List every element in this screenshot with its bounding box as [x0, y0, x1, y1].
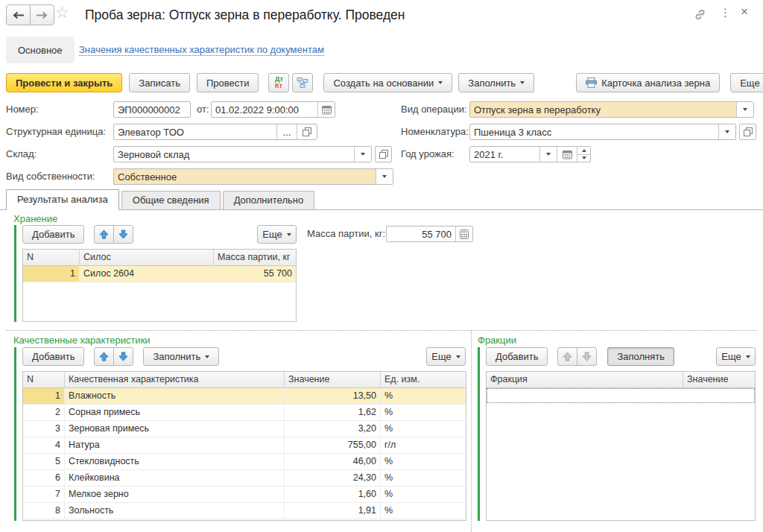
open-button[interactable]	[297, 124, 317, 139]
warehouse-field[interactable]: Зерновой склад	[113, 146, 372, 162]
document-structure-button[interactable]	[292, 73, 313, 92]
table-cell[interactable]: 1,62	[285, 405, 381, 420]
fractions-fill-toggle-button[interactable]: Заполнять	[607, 347, 674, 366]
table-cell[interactable]: 55 700	[214, 266, 296, 282]
grain-analysis-card-button[interactable]: Карточка анализа зерна	[576, 73, 720, 92]
column-header[interactable]: N	[23, 372, 65, 387]
nav-item-main[interactable]: Основное	[6, 37, 75, 63]
tab-analysis-results[interactable]: Результаты анализа	[6, 189, 119, 210]
calendar-button[interactable]	[557, 147, 577, 162]
post-button[interactable]: Провести	[197, 73, 259, 92]
harvest-year-field[interactable]: 2021 г.	[469, 146, 591, 162]
nomenclature-open-button[interactable]	[739, 124, 756, 140]
fractions-move-down-button[interactable]	[577, 347, 597, 366]
fractions-more-button[interactable]: Еще	[716, 347, 756, 366]
ownership-field[interactable]: Собственное	[113, 168, 393, 185]
column-header[interactable]: Значение	[285, 372, 381, 387]
table-cell[interactable]: 2	[23, 405, 65, 420]
table-cell[interactable]: 755,00	[285, 437, 381, 453]
table-cell[interactable]: 1	[23, 388, 65, 404]
column-header[interactable]: Значение	[683, 372, 755, 387]
spinner-up-button[interactable]	[577, 147, 590, 155]
column-header[interactable]: Масса партии, кг	[214, 250, 296, 265]
table-row[interactable]: 6Клейковина24,30%	[23, 470, 466, 487]
quality-move-up-button[interactable]	[94, 347, 114, 366]
table-cell[interactable]: 46,00	[285, 454, 381, 469]
operation-field[interactable]: Отпуск зерна в переработку	[469, 101, 754, 118]
close-icon[interactable]: ×	[741, 6, 748, 18]
dropdown-button[interactable]	[376, 169, 393, 184]
table-row[interactable]: 2Сорная примесь1,62%	[23, 405, 466, 421]
create-based-on-button[interactable]: Создать на основании	[323, 73, 452, 92]
vertical-splitter[interactable]	[471, 330, 472, 532]
column-header[interactable]: Ед. изм.	[381, 372, 466, 387]
column-header[interactable]: Силос	[80, 250, 214, 265]
table-cell[interactable]: %	[381, 388, 466, 404]
calendar-button[interactable]	[317, 102, 335, 117]
table-row[interactable]: 1Силос 260455 700	[23, 266, 296, 282]
table-cell[interactable]: %	[381, 470, 466, 486]
table-cell[interactable]: 7	[23, 487, 65, 502]
dropdown-button[interactable]	[354, 147, 371, 162]
fractions-add-button[interactable]: Добавить	[486, 347, 548, 366]
post-and-close-button[interactable]: Провести и закрыть	[6, 73, 122, 92]
table-cell[interactable]: %	[381, 487, 466, 502]
quality-more-button[interactable]: Еще	[426, 347, 466, 366]
table-cell[interactable]: Влажность	[65, 388, 285, 404]
quality-table[interactable]: NКачественная характеристикаЗначениеЕд. …	[22, 371, 466, 521]
table-cell[interactable]: Натура	[65, 437, 285, 453]
back-button[interactable]	[6, 4, 31, 25]
quality-add-button[interactable]: Добавить	[22, 347, 84, 366]
table-cell[interactable]: г/л	[381, 437, 466, 453]
nav-link-quality-values[interactable]: Значения качественных характеристик по д…	[79, 44, 324, 56]
table-cell[interactable]: Силос 2604	[80, 266, 214, 282]
table-cell[interactable]: 1,60	[285, 487, 381, 502]
table-cell[interactable]: Зольность	[65, 503, 285, 519]
spinner-down-button[interactable]	[577, 155, 590, 162]
calculator-button[interactable]	[455, 227, 472, 241]
table-cell[interactable]: %	[381, 405, 466, 420]
storage-move-down-button[interactable]	[113, 225, 133, 244]
table-row[interactable]: 5Стекловидность46,00%	[23, 454, 466, 470]
choose-button[interactable]: ...	[276, 124, 297, 139]
fractions-table[interactable]: ФракцияЗначение	[486, 371, 756, 521]
fractions-move-up-button[interactable]	[557, 347, 577, 366]
forward-button[interactable]	[30, 4, 54, 25]
table-cell[interactable]: Зерновая примесь	[65, 421, 285, 437]
dropdown-button[interactable]	[539, 147, 557, 162]
column-header[interactable]: Качественная характеристика	[65, 372, 285, 387]
table-cell[interactable]: Мелкое зерно	[65, 487, 285, 502]
storage-move-up-button[interactable]	[94, 225, 114, 244]
table-cell[interactable]: %	[381, 454, 466, 469]
tab-general-info[interactable]: Общие сведения	[121, 191, 221, 209]
table-row[interactable]: 3Зерновая примесь3,20%	[23, 421, 466, 437]
number-field[interactable]: ЭП000000002	[113, 101, 191, 118]
table-cell[interactable]: 6	[23, 470, 65, 486]
table-cell[interactable]: 3	[23, 421, 65, 437]
table-row[interactable]: 1Влажность13,50%	[23, 388, 466, 405]
dropdown-button[interactable]	[736, 102, 753, 117]
table-cell[interactable]: Сорная примесь	[65, 405, 285, 420]
table-cell[interactable]: 5	[23, 454, 65, 469]
table-row[interactable]: 8Зольность1,91%	[23, 503, 466, 519]
structural-unit-field[interactable]: Элеватор ТОО ...	[113, 124, 317, 140]
empty-focus-row[interactable]	[487, 388, 755, 403]
storage-table[interactable]: NСилосМасса партии, кг1Силос 260455 700	[22, 249, 297, 322]
horizontal-splitter[interactable]	[6, 330, 757, 331]
table-cell[interactable]: 4	[23, 437, 65, 453]
quality-move-down-button[interactable]	[113, 347, 133, 366]
table-cell[interactable]: %	[381, 503, 466, 519]
table-row[interactable]: 4Натура755,00г/л	[23, 437, 466, 454]
get-link-icon[interactable]	[694, 8, 706, 24]
column-header[interactable]: N	[23, 250, 80, 265]
date-field[interactable]: 01.02.2022 9:00:00	[211, 101, 335, 118]
more-button-toolbar[interactable]: Еще	[730, 73, 763, 92]
table-cell[interactable]: 3,20	[285, 421, 381, 437]
table-cell[interactable]: Стекловидность	[65, 454, 285, 469]
nomenclature-field[interactable]: Пшеница 3 класс	[469, 124, 736, 140]
warehouse-open-button[interactable]	[375, 146, 392, 162]
table-cell[interactable]: 13,50	[285, 388, 381, 404]
column-header[interactable]: Фракция	[487, 372, 683, 387]
tab-additional[interactable]: Дополнительно	[223, 191, 315, 209]
table-cell[interactable]: Клейковина	[65, 470, 285, 486]
